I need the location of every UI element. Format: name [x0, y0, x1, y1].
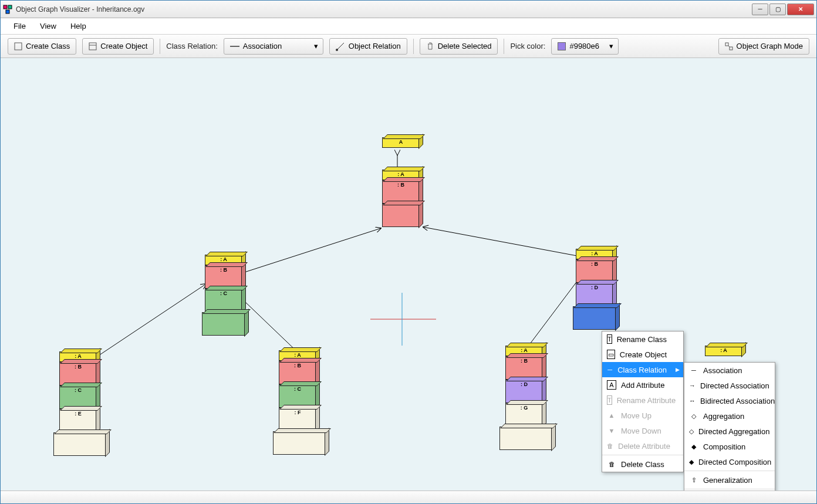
arrow-icon: →: [689, 381, 696, 390]
separator: [684, 489, 775, 489]
svg-rect-0: [4, 5, 7, 9]
box-icon: [14, 42, 22, 50]
create-object-label: Create Object: [100, 42, 147, 50]
ctx-delete-class[interactable]: 🗑 Delete Class: [602, 456, 683, 472]
svg-rect-1: [8, 5, 12, 9]
class-relation-submenu: ─Association →Directed Association ↔Bidi…: [684, 362, 775, 491]
toolbar: Create Class Create Object Class Relatio…: [1, 35, 816, 58]
ctx-move-down: ▼ Move Down: [602, 423, 683, 438]
down-icon: ▼: [607, 426, 616, 435]
chevron-down-icon: ▾: [609, 42, 613, 50]
menu-help[interactable]: Help: [63, 19, 93, 33]
box-B2: [382, 204, 420, 227]
ctx-add-attribute[interactable]: A Add Attribute: [602, 377, 683, 393]
box-B: : B: [505, 356, 543, 380]
delete-selected-label: Delete Selected: [438, 42, 492, 50]
separator: [413, 39, 414, 54]
create-object-button[interactable]: Create Object: [82, 38, 154, 55]
menu-file[interactable]: File: [6, 19, 33, 33]
object-stack-E[interactable]: : A : B : C : E: [59, 351, 106, 456]
box-B: : B: [205, 265, 242, 289]
box-A: : A: [705, 346, 742, 356]
object-stack-C[interactable]: : A : B : C: [205, 255, 245, 336]
context-menu: T Rename Class ▭ Create Object ─ Class R…: [602, 331, 684, 472]
box-D: : D: [576, 283, 613, 306]
box-icon: ▭: [607, 350, 615, 359]
app-icon: [3, 5, 12, 14]
sub-bidirected-association[interactable]: ↔Bidirected Association: [684, 393, 775, 408]
object-graph-mode-label: Object Graph Mode: [737, 42, 803, 50]
box-C2: [202, 312, 245, 336]
sub-directed-association[interactable]: →Directed Association: [684, 378, 775, 393]
diamond-icon: ◇: [689, 411, 698, 421]
statusbar: [1, 491, 816, 503]
pick-color-select[interactable]: #9980e6 ▾: [551, 38, 619, 55]
separator: [602, 455, 683, 455]
box-D2: [573, 306, 616, 330]
menu-view[interactable]: View: [33, 19, 63, 33]
svg-line-14: [423, 227, 586, 258]
filled-diamond-arrow-icon: ◆: [689, 457, 694, 466]
maximize-button[interactable]: ▢: [769, 4, 786, 15]
class-relation-label: Class Relation:: [166, 42, 217, 50]
object-stack-top[interactable]: : A : B: [382, 170, 420, 227]
box-E: : E: [59, 409, 97, 432]
text-icon: T: [607, 334, 612, 344]
box-G: : G: [505, 403, 543, 427]
box-B: : B: [59, 362, 97, 385]
ctx-class-relation[interactable]: ─ Class Relation ▶: [602, 362, 683, 377]
sub-composition[interactable]: ◆Composition: [684, 439, 775, 454]
svg-rect-3: [15, 43, 22, 50]
sub-association[interactable]: ─Association: [684, 363, 775, 378]
box-icon: [89, 42, 97, 50]
biarrow-icon: ↔: [689, 396, 696, 405]
object-stack-far-right[interactable]: : A: [705, 346, 742, 356]
svg-line-13: [235, 228, 381, 275]
pick-color-value: #9980e6: [569, 42, 599, 50]
filled-diamond-icon: ◆: [689, 442, 698, 451]
separator: [160, 39, 160, 54]
ctx-create-object[interactable]: ▭ Create Object: [602, 347, 683, 362]
color-swatch: [558, 42, 566, 50]
sub-generalization[interactable]: ⇧Generalization: [684, 472, 775, 488]
object-stack-F[interactable]: : A : B : C : F: [279, 350, 326, 455]
close-button[interactable]: ✕: [787, 4, 814, 15]
svg-line-7: [337, 43, 344, 50]
svg-rect-10: [730, 47, 732, 50]
window-title: Object Graph Visualizer - Inheritance.og…: [16, 5, 751, 13]
hollow-arrow-icon: ⇧: [689, 475, 698, 485]
class-A-top[interactable]: A: [382, 137, 420, 148]
ctx-move-up: ▲ Move Up: [602, 408, 683, 423]
line-icon: ─: [689, 366, 698, 375]
trash-icon: 🗑: [607, 441, 613, 451]
object-stack-D[interactable]: : A : B : D: [576, 249, 616, 330]
up-icon: ▲: [607, 411, 616, 420]
object-graph-mode-button[interactable]: Object Graph Mode: [718, 38, 809, 55]
svg-point-8: [336, 49, 338, 51]
box-G2: [499, 427, 552, 450]
box-label: A: [382, 137, 420, 148]
diamond-arrow-icon: ◇: [689, 427, 694, 436]
box-E2: [53, 432, 106, 456]
sub-aggregation[interactable]: ◇Aggregation: [684, 408, 775, 424]
line-icon: [230, 44, 239, 49]
minimize-button[interactable]: ─: [752, 4, 768, 15]
object-stack-G[interactable]: : A : B : D : G: [505, 346, 552, 450]
create-class-button[interactable]: Create Class: [8, 38, 76, 55]
ctx-rename-class[interactable]: T Rename Class: [602, 332, 683, 347]
sub-directed-composition[interactable]: ◆Directed Composition: [684, 454, 775, 469]
class-relation-select[interactable]: Association ▾: [224, 38, 323, 55]
svg-rect-9: [725, 43, 728, 46]
separator: [684, 471, 775, 471]
class-relation-value: Association: [243, 42, 282, 50]
sub-directed-aggregation[interactable]: ◇Directed Aggregation: [684, 424, 775, 439]
attribute-icon: A: [607, 380, 616, 390]
box-B: : B: [382, 180, 420, 204]
titlebar[interactable]: Object Graph Visualizer - Inheritance.og…: [1, 1, 816, 18]
ctx-delete-attribute: 🗑 Delete Attribute: [602, 438, 683, 454]
object-relation-button[interactable]: Object Relation: [329, 38, 407, 55]
svg-rect-4: [89, 43, 96, 50]
delete-selected-button[interactable]: Delete Selected: [420, 38, 498, 55]
canvas[interactable]: A : A : B : A : B : C : A : B : D : A : …: [1, 58, 816, 491]
text-icon: T: [607, 395, 612, 405]
